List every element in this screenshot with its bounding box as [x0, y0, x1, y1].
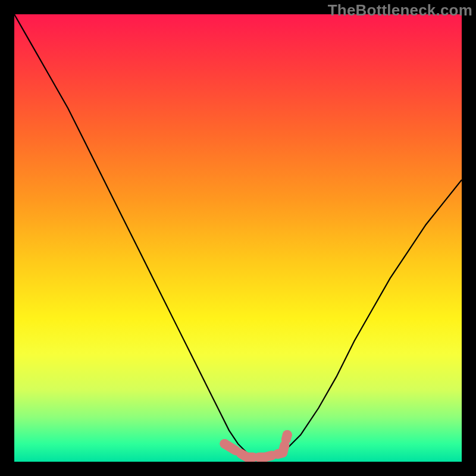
plot-gradient-background — [14, 14, 462, 462]
chart-frame — [14, 14, 462, 462]
watermark-text: TheBottleneck.com — [328, 1, 472, 20]
